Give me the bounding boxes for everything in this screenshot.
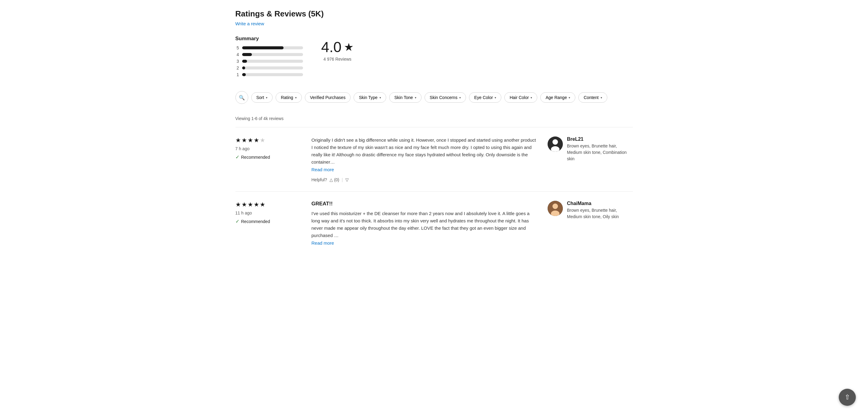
bar-fill — [242, 66, 245, 69]
bar-row-2: 2 — [236, 65, 303, 70]
star-icon: ★ — [242, 137, 247, 144]
chevron-down-icon: ▾ — [531, 96, 532, 99]
recommended-label: Recommended — [241, 155, 270, 160]
bar-track — [242, 60, 303, 63]
star-icon: ★ — [236, 201, 241, 208]
chevron-down-icon: ▾ — [415, 96, 416, 99]
filter-label-skin-tone: Skin Tone — [394, 95, 413, 100]
review-time: 7 h ago — [236, 146, 303, 151]
star-icon: ★ — [254, 137, 259, 144]
bar-number: 1 — [236, 72, 239, 77]
filter-age-range[interactable]: Age Range ▾ — [540, 92, 575, 103]
check-icon: ✓ — [236, 218, 239, 224]
review-body: GREAT!! I've used this moisturizer + the… — [312, 201, 538, 246]
filter-label-age-range: Age Range — [546, 95, 567, 100]
search-button[interactable]: 🔍 — [236, 91, 248, 104]
write-review-link[interactable]: Write a review — [236, 21, 265, 26]
reviewer-name: ChaiMama — [567, 201, 633, 206]
filters-bar: 🔍 Sort ▾ Rating ▾ Verified Purchases Ski… — [236, 91, 633, 109]
chevron-down-icon: ▾ — [569, 96, 570, 99]
star-icon: ★ — [248, 137, 253, 144]
filter-label-verified: Verified Purchases — [310, 95, 346, 100]
review-item: ★★★★★ 11 h ago ✓ Recommended GREAT!! I'v… — [236, 191, 633, 255]
chevron-down-icon: ▾ — [266, 96, 268, 99]
star-icon: ★ — [260, 137, 265, 144]
recommended-badge: ✓ Recommended — [236, 218, 303, 224]
filter-label-hair-color: Hair Color — [509, 95, 529, 100]
reviews-container: ★★★★★ 7 h ago ✓ Recommended Originally I… — [236, 127, 633, 255]
star-icon: ★ — [236, 137, 241, 144]
reviewer-details: BreL21 Brown eyes, Brunette hair, Medium… — [567, 137, 633, 162]
review-item: ★★★★★ 7 h ago ✓ Recommended Originally I… — [236, 127, 633, 191]
star-icon: ★ — [242, 201, 247, 208]
review-left: ★★★★★ 7 h ago ✓ Recommended — [236, 137, 303, 182]
avatar — [548, 201, 563, 216]
filter-label-rating: Rating — [281, 95, 293, 100]
recommended-badge: ✓ Recommended — [236, 154, 303, 160]
helpful-count: (0) — [334, 177, 339, 182]
filter-skin-concerns[interactable]: Skin Concerns ▾ — [425, 92, 466, 103]
filter-label-sort: Sort — [256, 95, 265, 100]
rating-value: 4.0 — [321, 39, 342, 55]
rating-big: 4.0 ★ — [321, 39, 354, 55]
filter-pills: Sort ▾ Rating ▾ Verified Purchases Skin … — [251, 92, 607, 103]
filter-label-content: Content — [584, 95, 598, 100]
review-text: Originally I didn't see a big difference… — [312, 137, 538, 166]
recommended-label: Recommended — [241, 219, 270, 224]
helpful-up-button[interactable]: △ (0) — [330, 177, 339, 182]
filter-label-skin-type: Skin Type — [359, 95, 377, 100]
read-more-link[interactable]: Read more — [312, 167, 334, 172]
read-more-link[interactable]: Read more — [312, 240, 334, 245]
reviewer-info: ChaiMama Brown eyes, Brunette hair, Medi… — [548, 201, 633, 246]
reviewer-name: BreL21 — [567, 137, 633, 142]
filter-skin-type[interactable]: Skin Type ▾ — [353, 92, 386, 103]
filter-label-eye-color: Eye Color — [474, 95, 493, 100]
reviewer-info: BreL21 Brown eyes, Brunette hair, Medium… — [548, 137, 633, 182]
search-icon: 🔍 — [239, 95, 245, 100]
review-count: 4 976 Reviews — [323, 57, 351, 62]
viewing-count: Viewing 1-6 of 4k reviews — [236, 116, 633, 121]
filter-label-skin-concerns: Skin Concerns — [430, 95, 458, 100]
filter-verified[interactable]: Verified Purchases — [305, 92, 351, 103]
filter-eye-color[interactable]: Eye Color ▾ — [469, 92, 501, 103]
page-container: Ratings & Reviews (5K) Write a review Su… — [217, 0, 651, 264]
bars-container: 5 4 3 2 1 — [236, 46, 303, 79]
filter-content[interactable]: Content ▾ — [578, 92, 607, 103]
review-title: GREAT!! — [312, 201, 538, 207]
helpful-row: Helpful? △ (0) | ▽ — [312, 177, 538, 182]
thumbs-down-icon: ▽ — [345, 177, 349, 182]
filter-skin-tone[interactable]: Skin Tone ▾ — [389, 92, 422, 103]
bar-fill — [242, 73, 246, 76]
chevron-down-icon: ▾ — [600, 96, 602, 99]
bar-track — [242, 53, 303, 56]
star-icon: ★ — [248, 201, 253, 208]
bar-number: 4 — [236, 52, 239, 57]
bar-row-1: 1 — [236, 72, 303, 77]
avatar-svg — [548, 137, 563, 152]
check-icon: ✓ — [236, 154, 239, 160]
reviewer-attrs: Brown eyes, Brunette hair, Medium skin t… — [567, 207, 633, 220]
svg-point-4 — [553, 204, 558, 209]
divider: | — [342, 177, 343, 182]
helpful-down-button[interactable]: ▽ — [345, 177, 349, 182]
bar-track — [242, 66, 303, 69]
filter-hair-color[interactable]: Hair Color ▾ — [504, 92, 537, 103]
stars-row: ★★★★★ — [236, 137, 303, 144]
bar-fill — [242, 53, 252, 56]
chevron-down-icon: ▾ — [295, 96, 297, 99]
bar-row-4: 4 — [236, 52, 303, 57]
bar-fill — [242, 60, 247, 63]
review-left: ★★★★★ 11 h ago ✓ Recommended — [236, 201, 303, 246]
stars-row: ★★★★★ — [236, 201, 303, 208]
bar-row-5: 5 — [236, 46, 303, 50]
chevron-down-icon: ▾ — [459, 96, 461, 99]
chevron-down-icon: ▾ — [495, 96, 496, 99]
bar-number: 2 — [236, 65, 239, 70]
bar-number: 3 — [236, 59, 239, 64]
filter-sort[interactable]: Sort ▾ — [251, 92, 273, 103]
avatar — [548, 137, 563, 152]
summary-bars: Summary 5 4 3 2 1 — [236, 36, 303, 79]
review-body: Originally I didn't see a big difference… — [312, 137, 538, 182]
rating-summary: 4.0 ★ 4 976 Reviews — [321, 39, 354, 62]
filter-rating[interactable]: Rating ▾ — [276, 92, 302, 103]
